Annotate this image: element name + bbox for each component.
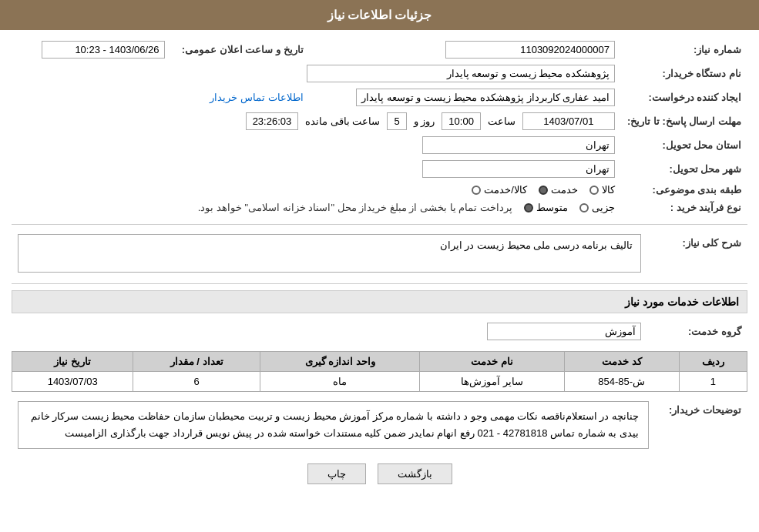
radio-kala-label: کالا — [602, 184, 615, 196]
radio-kala[interactable]: کالا — [589, 184, 615, 196]
group-khadamat-label: گروه خدمت: — [647, 320, 747, 343]
tarikh-label: تاریخ و ساعت اعلان عمومی: — [171, 38, 310, 62]
page-content: شماره نیاز: 1103092024000007 تاریخ و ساع… — [0, 30, 759, 504]
services-table-body: 1 ش-85-854 سایر آموزش‌ها ماه 6 1403/07/0… — [12, 372, 747, 392]
services-section-header: اطلاعات خدمات مورد نیاز — [12, 290, 747, 313]
group-khadamat-value: آموزش — [12, 320, 647, 343]
mohlat-roz-label: روز و — [414, 115, 435, 127]
nooe-options: پرداخت تمام یا بخشی از مبلغ خریداز محل "… — [12, 199, 621, 216]
services-table-head: ردیف کد خدمت نام خدمت واحد اندازه گیری ت… — [12, 352, 747, 372]
mohlat-roz: 5 — [387, 112, 406, 130]
ijad-konande-value: امید عفاری کاربرداز پژوهشکده محیط زیست و… — [310, 85, 621, 109]
ijad-konande-input: امید عفاری کاربرداز پژوهشکده محیط زیست و… — [356, 89, 615, 106]
mohlat-countdown-label: ساعت باقی مانده — [305, 115, 380, 127]
back-button[interactable]: بازگشت — [378, 463, 452, 484]
tawzih-label: توضیحات خریدار: — [655, 398, 747, 452]
radio-kala-khadamat-label: کالا/خدمت — [484, 184, 527, 196]
shomara-niaz-value: 1103092024000007 — [348, 38, 621, 62]
shomara-row: شماره نیاز: 1103092024000007 تاریخ و ساع… — [12, 38, 747, 62]
sharh-text: تالیف برنامه درسی ملی محیط زیست در ایران — [440, 239, 633, 251]
cell-tedad: 6 — [133, 372, 260, 392]
tarikh-input: 1403/06/26 - 10:23 — [42, 41, 165, 59]
tawzih-value: چنانچه در استعلام‌ناقصه نکات مهمی وجو د … — [12, 398, 655, 452]
col-vahed: واحد اندازه گیری — [260, 352, 419, 372]
shahr-value: تهران — [12, 157, 621, 181]
nam-dastgah-input: پژوهشکده محیط زیست و توسعه پایدار — [307, 65, 615, 82]
nooe-radio-group: پرداخت تمام یا بخشی از مبلغ خریداز محل "… — [18, 202, 615, 213]
group-khadamat-table: گروه خدمت: آموزش — [12, 320, 747, 343]
mohlat-row: مهلت ارسال پاسخ: تا تاریخ: 1403/07/01 سا… — [12, 109, 747, 133]
sharh-row: شرح کلی نیاز: تالیف برنامه درسی ملی محیط… — [12, 231, 747, 276]
cell-vahed: ماه — [260, 372, 419, 392]
divider-1 — [12, 224, 747, 225]
radio-kala-circle — [589, 186, 599, 195]
services-table: ردیف کد خدمت نام خدمت واحد اندازه گیری ت… — [12, 351, 747, 392]
radio-motevaset-label: متوسط — [536, 202, 568, 213]
radio-kala-khadamat-circle — [472, 186, 481, 195]
shahr-input: تهران — [422, 160, 615, 178]
tawzih-text: چنانچه در استعلام‌ناقصه نکات مهمی وجو د … — [31, 410, 639, 439]
shahr-row: شهر محل تحویل: تهران — [12, 157, 747, 181]
mohlat-countdown: 23:26:03 — [246, 112, 299, 130]
nooe-row: نوع فرآیند خرید : پرداخت تمام یا بخشی از… — [12, 199, 747, 216]
col-tedad: تعداد / مقدار — [133, 352, 260, 372]
ostan-row: استان محل تحویل: تهران — [12, 133, 747, 157]
mohlat-datetime-row: 1403/07/01 ساعت 10:00 روز و 5 ساعت باقی … — [18, 112, 615, 130]
ostan-value: تهران — [12, 133, 621, 157]
radio-kala-khadamat[interactable]: کالا/خدمت — [472, 184, 527, 196]
mohlat-time-label: ساعت — [488, 115, 516, 127]
button-row: بازگشت چاپ — [12, 463, 747, 484]
col-kod: کد خدمت — [564, 352, 679, 372]
nam-dastgah-label: نام دستگاه خریدار: — [621, 62, 747, 85]
ijad-konande-row: ایجاد کننده درخواست: امید عفاری کاربرداز… — [12, 85, 747, 109]
ijad-konande-label: ایجاد کننده درخواست: — [621, 85, 747, 109]
etelaat-tamas-link[interactable]: اطلاعات تماس خریدار — [210, 92, 303, 103]
radio-jozii[interactable]: جزیی — [579, 202, 615, 213]
nam-dastgah-value: پژوهشکده محیط زیست و توسعه پایدار — [12, 62, 621, 85]
main-info-table: شماره نیاز: 1103092024000007 تاریخ و ساع… — [12, 38, 747, 216]
table-row: 1 ش-85-854 سایر آموزش‌ها ماه 6 1403/07/0… — [12, 372, 747, 392]
nooe-text: پرداخت تمام یا بخشی از مبلغ خریداز محل "… — [198, 202, 512, 213]
tawzih-table: توضیحات خریدار: چنانچه در استعلام‌ناقصه … — [12, 398, 747, 452]
col-tarikh: تاریخ نیاز — [12, 352, 133, 372]
mohlat-time: 10:00 — [442, 112, 481, 130]
shomara-niaz-label: شماره نیاز: — [621, 38, 747, 62]
cell-nam: سایر آموزش‌ها — [420, 372, 564, 392]
services-header-row: ردیف کد خدمت نام خدمت واحد اندازه گیری ت… — [12, 352, 747, 372]
nam-dastgah-row: نام دستگاه خریدار: پژوهشکده محیط زیست و … — [12, 62, 747, 85]
radio-jozii-label: جزیی — [592, 202, 615, 213]
group-khadamat-row: گروه خدمت: آموزش — [12, 320, 747, 343]
radio-motevaset[interactable]: متوسط — [524, 202, 568, 213]
cell-kod: ش-85-854 — [564, 372, 679, 392]
col-radif: ردیف — [679, 352, 747, 372]
mohlat-label: مهلت ارسال پاسخ: تا تاریخ: — [621, 109, 747, 133]
ostan-label: استان محل تحویل: — [621, 133, 747, 157]
tawzih-row: توضیحات خریدار: چنانچه در استعلام‌ناقصه … — [12, 398, 747, 452]
page-title: جزئیات اطلاعات نیاز — [327, 8, 432, 22]
tabaqe-options: کالا/خدمت خدمت کالا — [12, 181, 621, 199]
radio-khadamat-circle — [539, 186, 548, 195]
col-nam: نام خدمت — [420, 352, 564, 372]
mohlat-date: 1403/07/01 — [522, 112, 615, 130]
divider-2 — [12, 283, 747, 284]
nooe-label: نوع فرآیند خرید : — [621, 199, 747, 216]
tabaqe-label: طبقه بندی موضوعی: — [621, 181, 747, 199]
tarikh-value: 1403/06/26 - 10:23 — [12, 38, 171, 62]
sharh-table: شرح کلی نیاز: تالیف برنامه درسی ملی محیط… — [12, 231, 747, 276]
group-khadamat-input: آموزش — [487, 323, 641, 340]
sharh-label: شرح کلی نیاز: — [647, 231, 747, 276]
radio-khadamat[interactable]: خدمت — [539, 184, 578, 196]
cell-radif: 1 — [679, 372, 747, 392]
cell-tarikh: 1403/07/03 — [12, 372, 133, 392]
mohlat-values: 1403/07/01 ساعت 10:00 روز و 5 ساعت باقی … — [12, 109, 621, 133]
radio-khadamat-label: خدمت — [551, 184, 578, 196]
sharh-value: تالیف برنامه درسی ملی محیط زیست در ایران — [12, 231, 647, 276]
page-header: جزئیات اطلاعات نیاز — [0, 0, 759, 30]
sharh-input-box: تالیف برنامه درسی ملی محیط زیست در ایران — [18, 234, 641, 273]
tabaqe-row: طبقه بندی موضوعی: کالا/خدمت خدمت کالا — [12, 181, 747, 199]
radio-jozii-circle — [579, 203, 589, 212]
ostan-input: تهران — [422, 136, 615, 154]
shahr-label: شهر محل تحویل: — [621, 157, 747, 181]
print-button[interactable]: چاپ — [307, 463, 366, 484]
radio-motevaset-circle — [524, 203, 533, 212]
